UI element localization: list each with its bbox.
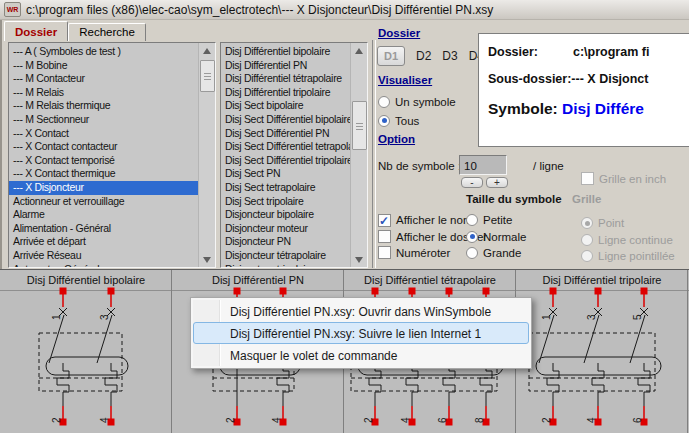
list-item-disj-sect-diff-rentiel-tetrapolaire[interactable]: Disj Sect Différentiel tetrapolaire [221,140,350,154]
menu-item-disj-diff-rentiel-pn-xsy-suivre-le-lien-internet-1[interactable]: Disj Différentiel PN.xsy: Suivre le lien… [193,322,529,344]
context-menu: Disj Différentiel PN.xsy: Ouvrir dans Wi… [190,297,532,369]
list-item-actionneur-et-verrouillage[interactable]: Actionneur et verrouillage [9,195,198,209]
folder-button-d2[interactable]: D2 [416,49,431,63]
list-item-disjoncteur-bipolaire[interactable]: Disjoncteur bipolaire [221,208,350,222]
list-item-x-contact-thermique[interactable]: --- X Contact thermique [9,167,198,181]
radio-un-symbole[interactable]: Un symbole [378,93,456,112]
svg-text:1: 1 [51,314,62,320]
per-line-label: / ligne [533,160,564,172]
svg-text:2: 2 [51,417,62,423]
list-item-alimentation-g-n-ral[interactable]: Alimentation - Général [9,222,198,236]
nb-symbole-input[interactable] [459,155,507,175]
list-item-alarme[interactable]: Alarme [9,208,198,222]
folder-scrollbar[interactable] [198,43,215,267]
symbol-info-box: Dossier: c:\program fi Sous-dossier:--- … [478,33,689,147]
radio-mark[interactable] [466,231,478,243]
svg-text:5: 5 [632,314,643,320]
list-item-arriv-e-et-d-part[interactable]: Arrivée et départ [9,235,198,249]
radio-grande[interactable]: Grande [466,245,526,261]
list-item-disjoncteur-t-trapolaire[interactable]: Disjoncteur tétrapolaire [221,249,350,263]
radio-mark[interactable] [378,96,390,108]
svg-text:3: 3 [586,314,597,320]
list-item-disj-diff-rentiel-bipolaire[interactable]: Disj Différentiel bipolaire [221,45,350,59]
checkbox-mark[interactable] [378,230,391,243]
tab-dossier[interactable]: Dossier [4,21,68,41]
visualiser-link[interactable]: Visualiser [378,74,432,86]
list-item-disjoncteur-pn[interactable]: Disjoncteur PN [221,235,350,249]
symbol-scrollbar[interactable] [350,43,367,267]
list-item-disj-sect-diff-rentiel-tripolaire[interactable]: Disj Sect Différentiel tripolaire [221,154,350,168]
scroll-down-icon[interactable] [351,252,367,267]
scroll-up-icon[interactable] [351,43,367,58]
list-item-disjoncteur-tripolaire[interactable]: Disjoncteur tripolaire [221,263,350,268]
radio-mark[interactable] [378,115,390,127]
decrement-button[interactable]: - [461,177,483,188]
svg-text:2: 2 [363,417,374,423]
radio-label: Point [598,217,624,229]
checkbox-grille-en-inch[interactable]: Grille en inch [581,172,666,185]
svg-text:4: 4 [586,417,597,423]
radio-mark[interactable] [466,214,478,226]
folder-button-d3[interactable]: D3 [442,49,457,63]
app-icon: WR [4,2,21,17]
info-sous-dossier-value: --- X Disjonct [571,72,648,86]
list-item-disj-sect-pn[interactable]: Disj Sect PN [221,167,350,181]
menu-item-disj-diff-rentiel-pn-xsy-ouvrir-dans-winsymbole[interactable]: Disj Différentiel PN.xsy: Ouvrir dans Wi… [193,300,529,322]
checkbox-mark[interactable] [378,246,391,259]
list-item-disj-diff-rentiel-t-trapolaire[interactable]: Disj Différentiel tétrapolaire [221,72,350,86]
increment-button[interactable]: + [486,177,508,188]
list-item-disjoncteur-moteur[interactable]: Disjoncteur moteur [221,222,350,236]
scrollbar-thumb[interactable] [352,101,367,150]
symbol-preview-disj-diff-rentiel-bipolaire[interactable]: Disj Différentiel bipolaire1234 [1,270,172,433]
radio-label: Grande [483,247,521,259]
list-item-x-contact-contacteur[interactable]: --- X Contact contacteur [9,140,198,154]
option-link[interactable]: Option [378,133,415,145]
list-item-m-relais[interactable]: --- M Relais [9,86,198,100]
list-item-disj-sect-bipolaire[interactable]: Disj Sect bipolaire [221,99,350,113]
application-window: WR c:\program files (x86)\elec-cao\sym_e… [0,0,689,433]
dossier-link[interactable]: Dossier [378,27,420,39]
menu-item-masquer-le-volet-de-commande[interactable]: Masquer le volet de commande [193,344,529,366]
scroll-down-icon[interactable] [199,252,215,267]
checkbox-mark[interactable] [378,214,391,227]
radio-point[interactable]: Point [581,215,675,231]
radio-label: Petite [483,214,512,226]
checkbox-mark[interactable] [581,172,594,185]
list-item-x-contact-temporis[interactable]: --- X Contact temporisé [9,154,198,168]
list-item-m-sectionneur[interactable]: --- M Sectionneur [9,113,198,127]
folder-button-d1[interactable]: D1 [377,46,405,66]
scroll-up-icon[interactable] [199,43,215,58]
radio-mark[interactable] [581,250,593,262]
list-item-disj-diff-rentiel-pn[interactable]: Disj Différentiel PN [221,59,350,73]
list-item-m-contacteur[interactable]: --- M Contacteur [9,72,198,86]
folder-buttons: D1 D2 D3 D4 [377,46,484,66]
tab-recherche[interactable]: Recherche [68,23,146,41]
list-item-arriv-e-r-seau[interactable]: Arrivée Réseau [9,249,198,263]
radio-ligne-continue[interactable]: Ligne continue [581,231,675,247]
radio-petite[interactable]: Petite [466,212,526,228]
list-item-disj-sect-tripolaire[interactable]: Disj Sect tripolaire [221,195,350,209]
size-radio-group: PetiteNormaleGrande [466,212,526,261]
radio-ligne-pointill-e[interactable]: Ligne pointillée [581,248,675,264]
info-symbole-row: Symbole: Disj Différe [488,100,644,118]
radio-mark[interactable] [581,217,593,229]
list-item-a-symboles-de-test[interactable]: --- A ( Symboles de test ) [9,45,198,59]
info-dossier-value: c:\program fi [573,45,649,59]
list-item-disj-diff-rentiel-tripolaire[interactable]: Disj Différentiel tripolaire [221,86,350,100]
list-item-disj-sect-diff-rentiel-bipolaire[interactable]: Disj Sect Différentiel bipolaire [221,113,350,127]
list-item-disj-sect-tetrapolaire[interactable]: Disj Sect tetrapolaire [221,181,350,195]
symbol-drawing: 123456 [517,270,688,433]
list-item-m-relais-thermique[interactable]: --- M Relais thermique [9,99,198,113]
radio-tous[interactable]: Tous [378,112,456,131]
list-item-x-contact[interactable]: --- X Contact [9,127,198,141]
list-item-automate-g-n-ral[interactable]: Automate - Général [9,263,198,268]
radio-mark[interactable] [581,234,593,246]
symbol-preview-disj-diff-rentiel-tripolaire[interactable]: Disj Différentiel tripolaire123456 [517,270,688,433]
list-item-disj-sect-diff-rentiel-pn[interactable]: Disj Sect Différentiel PN [221,127,350,141]
radio-normale[interactable]: Normale [466,228,526,244]
list-item-x-disjoncteur[interactable]: --- X Disjoncteur [9,181,198,195]
list-item-m-bobine[interactable]: --- M Bobine [9,59,198,73]
info-dossier-label: Dossier: [488,45,538,59]
radio-mark[interactable] [466,247,478,259]
scrollbar-thumb[interactable] [200,60,215,92]
